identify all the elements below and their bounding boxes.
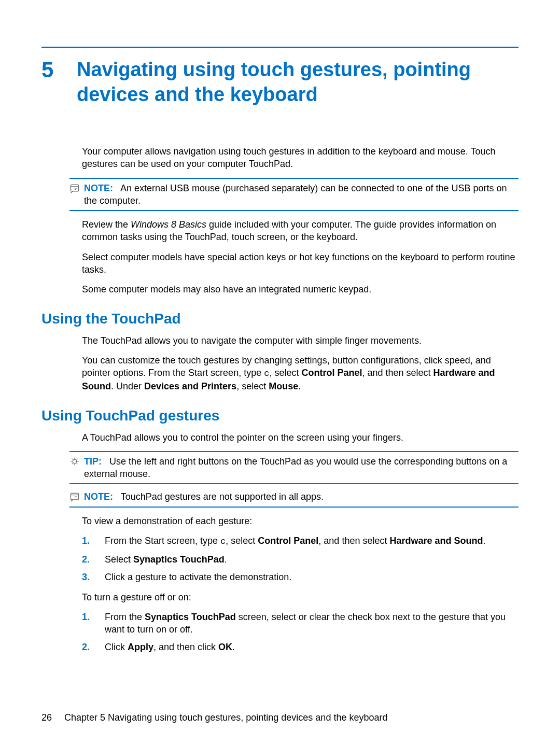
ds1-bold2: Hardware and Sound	[389, 536, 483, 546]
ds2-bold: Synaptics TouchPad	[133, 554, 225, 565]
toggle-steps-list: From the Synaptics TouchPad screen, sele…	[82, 611, 519, 654]
ts1-bold: Synaptics TouchPad	[145, 612, 236, 622]
tp2-d: . Under	[111, 381, 144, 391]
touchpad-section: The TouchPad allows you to navigate the …	[82, 334, 519, 393]
note-text: An external USB mouse (purchased separat…	[84, 183, 507, 206]
gestures-section: A TouchPad allows you to control the poi…	[82, 431, 519, 654]
ds2-a: Select	[105, 554, 133, 565]
note-label: NOTE:	[84, 183, 113, 193]
chapter-header: 5 Navigating using touch gestures, point…	[41, 58, 519, 107]
top-rule	[41, 47, 519, 48]
ds1-bold1: Control Panel	[258, 536, 318, 546]
demo-steps-list: From the Start screen, type c, select Co…	[82, 535, 519, 584]
tip-callout: TIP: Use the left and right buttons on t…	[69, 451, 519, 485]
page-number: 26	[41, 712, 52, 723]
demo-intro: To view a demonstration of each gesture:	[82, 515, 519, 527]
ts1-a: From the	[105, 612, 145, 622]
ts2-a: Click	[105, 642, 128, 652]
tp2-bold3: Devices and Printers	[144, 381, 236, 391]
ds2-b: .	[225, 554, 227, 565]
touchpad-para1: The TouchPad allows you to navigate the …	[82, 334, 519, 347]
toggle-step-2: Click Apply, and then click OK.	[82, 641, 519, 653]
demo-step-3: Click a gesture to activate the demonstr…	[82, 571, 519, 583]
action-keys-paragraph: Select computer models have special acti…	[82, 251, 519, 276]
note2-body: NOTE: TouchPad gestures are not supporte…	[84, 490, 324, 503]
tip-label: TIP:	[84, 456, 102, 467]
note2-label: NOTE:	[84, 491, 113, 502]
intro-paragraph: Your computer allows navigation using to…	[82, 145, 519, 171]
tp2-f: .	[298, 381, 301, 391]
page-footer: 26 Chapter 5 Navigating using touch gest…	[41, 712, 519, 723]
note-icon	[69, 183, 81, 193]
touchpad-para2: You can customize the touch gestures by …	[82, 354, 519, 393]
demo-step-2: Select Synaptics TouchPad.	[82, 553, 519, 566]
note-icon	[69, 491, 81, 502]
section-heading-touchpad: Using the TouchPad	[41, 311, 519, 327]
toggle-intro: To turn a gesture off or on:	[82, 591, 519, 603]
svg-point-1	[73, 459, 77, 463]
tp2-b: , select	[269, 368, 301, 378]
section-heading-gestures: Using TouchPad gestures	[41, 407, 519, 424]
document-page: 5 Navigating using touch gestures, point…	[0, 0, 560, 745]
tp2-c: , and then select	[362, 368, 433, 378]
ts2-c: .	[232, 642, 235, 652]
gestures-para1: A TouchPad allows you to control the poi…	[82, 431, 519, 444]
tip-icon	[69, 456, 81, 467]
ts2-b: , and then click	[153, 642, 218, 652]
tp2-bold1: Control Panel	[301, 368, 362, 378]
ds1-mono: c	[220, 537, 226, 546]
review-pre: Review the	[82, 219, 131, 230]
tip-text: Use the left and right buttons on the To…	[84, 456, 507, 479]
chapter-number: 5	[41, 58, 62, 82]
toggle-step-1: From the Synaptics TouchPad screen, sele…	[82, 611, 519, 636]
ds1-d: .	[483, 536, 485, 546]
review-italic: Windows 8 Basics	[131, 219, 206, 230]
intro-section: Your computer allows navigation using to…	[82, 145, 519, 296]
numeric-keypad-paragraph: Some computer models may also have an in…	[82, 283, 519, 296]
tp2-e: , select	[236, 381, 269, 391]
note-callout-2: NOTE: TouchPad gestures are not supporte…	[69, 487, 519, 507]
ds1-a: From the Start screen, type	[105, 536, 220, 546]
ds1-c: , and then select	[318, 536, 389, 546]
ts2-bold2: OK	[218, 642, 232, 652]
review-paragraph: Review the Windows 8 Basics guide includ…	[82, 218, 519, 244]
tip-body: TIP: Use the left and right buttons on t…	[84, 455, 519, 481]
note-callout: NOTE: An external USB mouse (purchased s…	[69, 178, 519, 212]
demo-step-1: From the Start screen, type c, select Co…	[82, 535, 519, 548]
tp2-bold4: Mouse	[269, 381, 298, 391]
chapter-title: Navigating using touch gestures, pointin…	[77, 58, 519, 107]
ds1-b: , select	[226, 536, 258, 546]
note2-text: TouchPad gestures are not supported in a…	[121, 491, 324, 502]
note-body: NOTE: An external USB mouse (purchased s…	[84, 182, 519, 207]
ts2-bold1: Apply	[128, 642, 153, 652]
tp2-mono: c	[264, 369, 269, 378]
footer-chapter-label: Chapter 5 Navigating using touch gesture…	[64, 712, 387, 723]
